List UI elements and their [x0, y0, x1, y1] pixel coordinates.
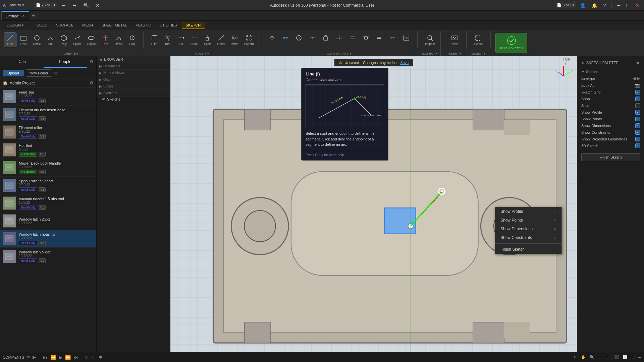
midpoint-button[interactable]	[306, 33, 318, 43]
file-list-item[interactable]: Mower Deck Lock Handle 10/29/22 ✏ Editab…	[0, 159, 96, 177]
linetype-next-button[interactable]: ▶	[637, 76, 640, 81]
save-button[interactable]: Save	[400, 61, 409, 65]
project-tool-button[interactable]: Proj	[126, 33, 138, 47]
playback-prev-button[interactable]: ⏪	[50, 355, 56, 360]
orbit-button[interactable]: ⟳	[573, 354, 578, 360]
ribbon-tab-plastic[interactable]: PLASTIC	[131, 22, 155, 29]
pan-button[interactable]: ✋	[580, 354, 587, 360]
ribbon-tab-sheetmetal[interactable]: SHEET METAL	[98, 22, 131, 29]
ribbon-tab-design[interactable]: DESIGN ▾	[3, 22, 28, 29]
playback-play-button[interactable]: ▶	[59, 355, 62, 360]
browser-section-named-views[interactable]: ▶Named Views	[97, 70, 170, 76]
redo-button[interactable]: ↪	[70, 2, 78, 9]
fix-button[interactable]	[320, 33, 332, 43]
file-list-item[interactable]: Vacuum nozzle 1.5 abs end 10/5/22 Read-O…	[0, 194, 96, 212]
perpendicular-button[interactable]	[333, 33, 345, 43]
equal-button[interactable]	[373, 33, 385, 43]
notification-icon[interactable]: 🔔	[590, 2, 599, 9]
upload-button[interactable]: Upload	[3, 70, 24, 76]
palette-checkbox-sketch-grid[interactable]	[635, 90, 640, 95]
view-cube-button[interactable]: ⬜	[622, 354, 629, 360]
more-view-options[interactable]: •••	[637, 355, 641, 359]
project-settings-button[interactable]: ⚙	[90, 80, 94, 85]
timeline-span-button[interactable]: ▭	[91, 354, 97, 360]
fillet-button[interactable]: Fillet	[148, 33, 160, 47]
select-button[interactable]: Select	[472, 33, 485, 47]
rectangle-tool-button[interactable]: Rect	[17, 33, 30, 47]
tab-untitled[interactable]: Untitled* ✕	[1, 11, 29, 20]
palette-checkbox-show-profile[interactable]	[635, 110, 640, 115]
people-tab[interactable]: People	[44, 56, 87, 68]
undo-button[interactable]: ↩	[60, 2, 68, 9]
data-tab[interactable]: Data	[0, 56, 44, 68]
finish-sketch-ribbon-button[interactable]: FINISH SKETCH	[495, 33, 527, 53]
insert-image-button[interactable]: Insert	[448, 33, 461, 47]
ellipse-tool-button[interactable]: Ellipse	[85, 33, 98, 47]
file-list-item[interactable]: Feed Jug 10/28/22 Read-Only V3	[0, 88, 96, 106]
parallel-button[interactable]	[346, 33, 359, 43]
ctx-show-points[interactable]: Show Points ✓	[495, 216, 561, 225]
ribbon-tab-sketch[interactable]: SKETCH	[182, 22, 205, 29]
file-list-item[interactable]: Window latch slider 10/12/22 Read-Only V…	[0, 248, 96, 265]
fit-button[interactable]: ⊡	[597, 354, 603, 360]
timeline-keyframe-button[interactable]: ⬡	[84, 354, 90, 360]
browser-item-sketch1[interactable]: 👁Sketch1	[97, 97, 170, 102]
break-button[interactable]: Break	[189, 33, 201, 47]
inspect-button[interactable]: Inspect	[423, 33, 437, 47]
ctx-show-dimensions[interactable]: Show Dimensions ✓	[495, 225, 561, 233]
browser-section-documents[interactable]: ▶Documents	[97, 63, 170, 70]
file-list-item[interactable]: Window latch 2.jpg 10/12/22	[0, 212, 96, 230]
palette-checkbox-snap[interactable]	[635, 97, 640, 101]
user-menu[interactable]: DanPro ▾	[8, 3, 24, 7]
trim-button[interactable]: Trim	[162, 33, 174, 47]
playback-end-button[interactable]: ⏭	[73, 355, 78, 360]
playback-next-button[interactable]: ⏩	[65, 355, 71, 360]
concentric-button[interactable]	[293, 33, 305, 43]
ribbon-tab-surface[interactable]: SURFACE	[52, 22, 77, 29]
offset-tool-button[interactable]: Offset	[113, 33, 125, 47]
scale-button[interactable]: Scale	[202, 33, 214, 47]
close-button[interactable]: ✕	[633, 2, 641, 9]
extend-button[interactable]: Ext	[175, 33, 187, 47]
ribbon-tab-utilities[interactable]: UTILITIES	[156, 22, 181, 29]
circle-tool-button[interactable]: Circle	[31, 33, 43, 47]
mirror-button[interactable]: Mirror	[229, 33, 241, 47]
file-list-item[interactable]: Filament roller 9/20/22 Read-Only V3	[0, 123, 96, 141]
browser-collapse-button[interactable]: ◀	[99, 58, 102, 61]
canvas-area[interactable]: ⚠ Unsaved: Changes may be lost Save TOP …	[170, 56, 577, 352]
zoom-out-button[interactable]: ⊟	[604, 354, 610, 360]
horizontal-button[interactable]	[387, 33, 399, 43]
linetype-prev-button[interactable]: ◀	[633, 76, 636, 81]
browser-section-origin[interactable]: ▶Origin	[97, 76, 170, 83]
palette-collapse-button[interactable]: ▶	[637, 60, 640, 65]
browser-section-sketches[interactable]: ▶Sketches	[97, 90, 170, 97]
panel-settings-button[interactable]: ⚙	[87, 56, 96, 68]
account-icon[interactable]: 👤	[578, 2, 588, 9]
look-at-button[interactable]: 📷	[634, 83, 640, 88]
ctx-show-profile[interactable]: Show Profile ✓	[495, 207, 561, 216]
new-tab-button[interactable]: +	[29, 13, 38, 19]
palette-checkbox-show-dimensions[interactable]	[635, 123, 640, 128]
coincident-button[interactable]	[266, 33, 278, 43]
ribbon-tab-solid[interactable]: SOLID	[32, 22, 51, 29]
pattern-button[interactable]: Pattern	[242, 33, 256, 47]
tab-close-button[interactable]: ✕	[22, 14, 25, 18]
maximize-button[interactable]: □	[625, 2, 631, 9]
tangent-button[interactable]	[360, 33, 372, 43]
grid-settings-button[interactable]: ⊞	[630, 354, 636, 360]
search-button[interactable]: 🔍	[81, 2, 91, 9]
spline-tool-button[interactable]: Spline	[71, 33, 84, 47]
new-folder-button[interactable]: New Folder	[26, 69, 52, 77]
comments-toggle-button[interactable]: 👁	[26, 355, 31, 360]
polygon-tool-button[interactable]: Poly	[58, 33, 70, 47]
file-list-item[interactable]: Hot End 9/6/22 ✏ Editable V1	[0, 141, 96, 159]
palette-checkbox-slice[interactable]	[635, 103, 640, 108]
comments-expand-button[interactable]: ▶	[33, 355, 36, 360]
ctx-show-constraints[interactable]: Show Constraints ✓	[495, 233, 561, 242]
display-settings-button[interactable]: ⬛	[613, 354, 620, 360]
palette-checkbox-3d-sketch[interactable]	[635, 143, 640, 148]
file-list-item[interactable]: Spool Roller Support 9/20/22 Read-Only V…	[0, 177, 96, 194]
collinear-button[interactable]	[279, 33, 291, 43]
palette-finish-sketch-button[interactable]: Finish Sketch	[581, 153, 640, 161]
zoom-button[interactable]: 🔍	[588, 354, 596, 360]
